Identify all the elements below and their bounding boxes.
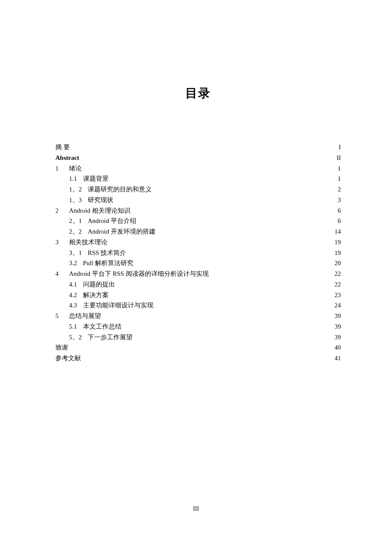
toc-text: Pull 解析算法研究 xyxy=(83,260,133,266)
toc-page: 3 xyxy=(332,195,341,205)
toc-text: 摘 要 xyxy=(55,144,70,150)
toc-page: 19 xyxy=(332,237,341,248)
toc-page: 40 xyxy=(332,342,341,353)
toc-text: Abstract xyxy=(55,154,79,161)
toc-text: 总结与展望 xyxy=(69,312,101,319)
toc-label: 4.3主要功能详细设计与实现 xyxy=(55,300,153,311)
toc-label: Abstract xyxy=(55,153,79,163)
toc-text: Android 开发环境的搭建 xyxy=(88,228,156,235)
toc-page: 1 xyxy=(332,163,341,174)
toc-page: 19 xyxy=(332,248,341,258)
toc-number: 3.2 xyxy=(69,258,77,269)
page-content: 目录 摘 要 IAbstract II1绪论 11.1课题背景 11。2课题研究… xyxy=(0,0,392,364)
toc-number: 4 xyxy=(55,269,69,279)
toc-number: 2。2 xyxy=(69,226,82,237)
toc-entry: 1。2课题研究的目的和意义 2 xyxy=(55,184,341,195)
page-number: III xyxy=(0,506,392,512)
toc-entry: 3.2Pull 解析算法研究 20 xyxy=(55,258,341,269)
toc-entry: 摘 要 I xyxy=(55,142,341,153)
toc-page: 41 xyxy=(332,353,341,364)
toc-label: 致谢 xyxy=(55,342,68,353)
toc-text: Android 平台介绍 xyxy=(88,217,136,224)
toc-label: 1。3研究现状 xyxy=(55,195,113,205)
toc-entry: Abstract II xyxy=(55,153,341,163)
toc-entry: 2。2Android 开发环境的搭建 14 xyxy=(55,226,341,237)
toc-text: RSS 技术简介 xyxy=(88,249,126,256)
toc-entry: 4.3主要功能详细设计与实现 24 xyxy=(55,300,341,311)
toc-number: 2。1 xyxy=(69,216,82,226)
toc-entry: 5.1本文工作总结 39 xyxy=(55,321,341,332)
toc-entry: 3。1RSS 技术简介 19 xyxy=(55,248,341,258)
toc-entry: 致谢 40 xyxy=(55,342,341,353)
toc-label: 2。1Android 平台介绍 xyxy=(55,216,136,226)
toc-text: 问题的提出 xyxy=(83,281,115,288)
toc-label: 摘 要 xyxy=(55,142,70,153)
toc-entry: 3相关技术理论 19 xyxy=(55,237,341,248)
toc-label: 参考文献 xyxy=(55,353,81,364)
toc-text: 相关技术理论 xyxy=(69,239,107,246)
toc-number: 5 xyxy=(55,311,69,321)
toc-page: 39 xyxy=(332,311,341,321)
toc-entry: 1.1课题背景 1 xyxy=(55,173,341,184)
toc-page: 1 xyxy=(332,173,341,184)
toc-entry: 4.1问题的提出 22 xyxy=(55,279,341,290)
toc-number: 1.1 xyxy=(69,173,77,184)
toc-label: 1。2课题研究的目的和意义 xyxy=(55,184,152,195)
toc-entry: 2Android 相关理论知识 6 xyxy=(55,205,341,216)
toc-page: 20 xyxy=(332,258,341,269)
toc-label: 4Android 平台下 RSS 阅读器的详细分析设计与实现 xyxy=(55,269,209,279)
toc-text: 课题背景 xyxy=(83,175,109,182)
toc-number: 2 xyxy=(55,205,69,216)
toc-text: 参考文献 xyxy=(55,355,81,361)
toc-number: 4.1 xyxy=(69,279,77,290)
toc-label: 3相关技术理论 xyxy=(55,237,107,248)
toc-number: 3。1 xyxy=(69,248,82,258)
toc-label: 4.1问题的提出 xyxy=(55,279,115,290)
toc-page: 6 xyxy=(332,205,341,216)
toc-entry: 5。2下一步工作展望 39 xyxy=(55,332,341,343)
toc-entry: 2。1Android 平台介绍 6 xyxy=(55,216,341,226)
toc-text: 研究现状 xyxy=(88,197,113,203)
toc-label: 5总结与展望 xyxy=(55,311,101,321)
toc-label: 1.1课题背景 xyxy=(55,173,109,184)
toc-page: 24 xyxy=(332,300,341,311)
toc-number: 4.3 xyxy=(69,300,77,311)
toc-text: 解决方案 xyxy=(83,292,109,298)
table-of-contents: 摘 要 IAbstract II1绪论 11.1课题背景 11。2课题研究的目的… xyxy=(55,142,341,364)
toc-entry: 4.2解决方案 23 xyxy=(55,290,341,301)
toc-number: 1。2 xyxy=(69,184,82,195)
toc-entry: 1绪论 1 xyxy=(55,163,341,174)
toc-number: 5.1 xyxy=(69,321,77,332)
toc-text: 绪论 xyxy=(69,165,82,172)
toc-label: 1绪论 xyxy=(55,163,82,174)
toc-number: 4.2 xyxy=(69,290,77,301)
toc-page: 22 xyxy=(332,279,341,290)
toc-number: 5。2 xyxy=(69,332,82,343)
toc-entry: 4Android 平台下 RSS 阅读器的详细分析设计与实现 22 xyxy=(55,269,341,279)
toc-entry: 参考文献 41 xyxy=(55,353,341,364)
toc-page: I xyxy=(332,142,341,153)
toc-number: 3 xyxy=(55,237,69,248)
toc-number: 1 xyxy=(55,163,69,174)
toc-page: 39 xyxy=(332,332,341,343)
toc-number: 1。3 xyxy=(69,195,82,205)
toc-page: 39 xyxy=(332,321,341,332)
toc-label: 3.2Pull 解析算法研究 xyxy=(55,258,133,269)
toc-text: 下一步工作展望 xyxy=(88,334,133,341)
toc-title: 目录 xyxy=(55,85,341,101)
toc-text: 课题研究的目的和意义 xyxy=(88,186,152,193)
toc-entry: 1。3研究现状 3 xyxy=(55,195,341,205)
toc-text: 主要功能详细设计与实现 xyxy=(83,302,153,309)
toc-page: 23 xyxy=(332,290,341,301)
toc-label: 2Android 相关理论知识 xyxy=(55,205,130,216)
toc-page: 2 xyxy=(332,184,341,195)
toc-label: 3。1RSS 技术简介 xyxy=(55,248,126,258)
toc-entry: 5总结与展望 39 xyxy=(55,311,341,321)
toc-text: Android 平台下 RSS 阅读器的详细分析设计与实现 xyxy=(69,270,209,277)
toc-text: 本文工作总结 xyxy=(83,323,121,330)
toc-page: II xyxy=(332,153,341,163)
toc-page: 22 xyxy=(332,269,341,279)
toc-page: 14 xyxy=(332,226,341,237)
toc-text: Android 相关理论知识 xyxy=(69,207,130,214)
toc-text: 致谢 xyxy=(55,344,68,351)
